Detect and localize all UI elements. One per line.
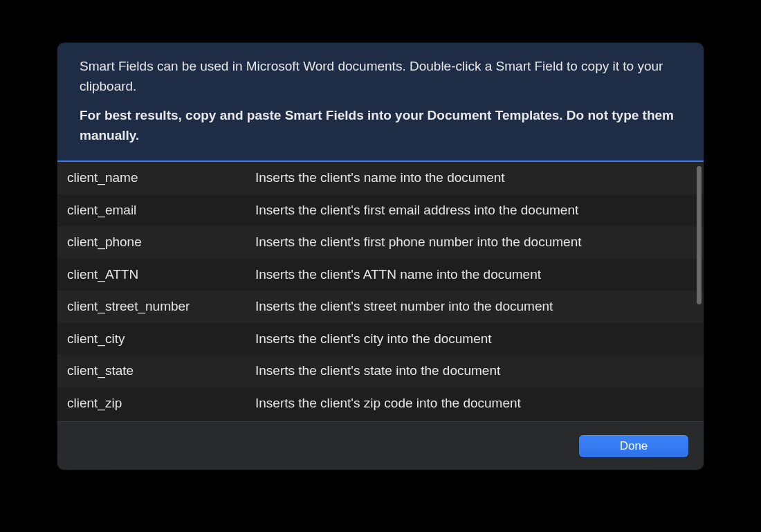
header-warning-text: For best results, copy and paste Smart F…	[80, 106, 681, 145]
scrollbar-thumb[interactable]	[697, 166, 702, 304]
dialog-footer: Done	[57, 421, 704, 470]
fields-list[interactable]: client_name Inserts the client's name in…	[57, 162, 704, 421]
table-row[interactable]: client_name Inserts the client's name in…	[57, 162, 704, 194]
field-name: client_zip	[67, 396, 255, 411]
done-button[interactable]: Done	[579, 435, 688, 457]
table-row[interactable]: client_city Inserts the client's city in…	[57, 323, 704, 356]
field-description: Inserts the client's name into the docum…	[255, 170, 694, 185]
table-row[interactable]: client_phone Inserts the client's first …	[57, 226, 704, 259]
header-intro-text: Smart Fields can be used in Microsoft Wo…	[80, 57, 681, 96]
dialog-header: Smart Fields can be used in Microsoft Wo…	[57, 43, 704, 162]
smart-fields-dialog: Smart Fields can be used in Microsoft Wo…	[57, 43, 704, 470]
table-row[interactable]: client_state Inserts the client's state …	[57, 355, 704, 387]
field-name: client_state	[67, 363, 255, 378]
field-name: client_name	[67, 170, 255, 185]
field-description: Inserts the client's first email address…	[255, 203, 694, 218]
field-name: client_ATTN	[67, 267, 255, 282]
field-description: Inserts the client's first phone number …	[255, 235, 694, 250]
field-name: client_email	[67, 203, 255, 218]
fields-list-container: client_name Inserts the client's name in…	[57, 162, 704, 421]
field-name: client_street_number	[67, 299, 255, 314]
field-description: Inserts the client's ATTN name into the …	[255, 267, 694, 282]
table-row[interactable]: client_email Inserts the client's first …	[57, 194, 704, 227]
field-name: client_phone	[67, 235, 255, 250]
table-row[interactable]: client_zip Inserts the client's zip code…	[57, 387, 704, 420]
field-description: Inserts the client's street number into …	[255, 299, 694, 314]
field-description: Inserts the client's city into the docum…	[255, 331, 694, 347]
field-description: Inserts the client's zip code into the d…	[255, 396, 694, 411]
table-row[interactable]: client_street_number Inserts the client'…	[57, 291, 704, 323]
table-row[interactable]: client_ATTN Inserts the client's ATTN na…	[57, 259, 704, 291]
field-description: Inserts the client's state into the docu…	[255, 363, 694, 378]
field-name: client_city	[67, 331, 255, 347]
